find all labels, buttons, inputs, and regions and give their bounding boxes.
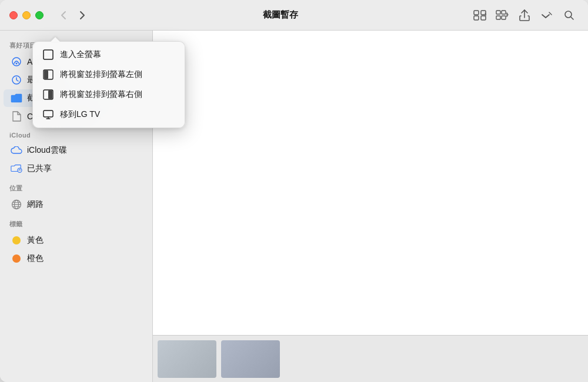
forward-button[interactable] [74, 7, 91, 24]
minimize-button[interactable] [22, 11, 31, 19]
close-button[interactable] [9, 11, 18, 19]
more-button[interactable] [537, 7, 556, 24]
chevron-right-icon [79, 11, 85, 20]
sidebar-label-icloud-drive: iCloud雲碟 [27, 145, 67, 156]
menu-item-fullscreen[interactable]: 進入全螢幕 [33, 45, 185, 65]
svg-rect-20 [48, 91, 52, 99]
folder-icon [11, 92, 22, 104]
thumbnail-2[interactable] [221, 340, 280, 378]
recents-icon [11, 74, 22, 86]
yellow-tag-icon [11, 234, 22, 246]
shared-icon [11, 163, 22, 175]
search-button[interactable] [560, 7, 579, 24]
fullscreen-icon [42, 49, 54, 61]
orange-tag-icon [11, 253, 22, 264]
maximize-button[interactable] [35, 11, 44, 19]
tile-right-icon [42, 89, 54, 100]
menu-label-move-tv: 移到LG TV [60, 109, 100, 120]
document-icon [11, 110, 22, 122]
back-button[interactable] [55, 7, 72, 24]
airdrop-icon [11, 56, 22, 68]
arrange-button[interactable] [493, 7, 512, 24]
share-icon [519, 9, 530, 21]
svg-rect-7 [502, 16, 506, 19]
svg-rect-6 [496, 16, 500, 19]
thumbnail-1[interactable] [158, 340, 216, 378]
sidebar-item-network[interactable]: 網路 [4, 196, 149, 213]
tile-left-icon [42, 69, 54, 81]
titlebar: 截圖暫存 [0, 0, 588, 31]
menu-label-tile-right: 將視窗並排到螢幕右側 [60, 89, 142, 100]
sidebar-label-yellow: 黃色 [27, 235, 44, 246]
sidebar-item-icloud-drive[interactable]: iCloud雲碟 [4, 142, 149, 159]
window-title: 截圖暫存 [91, 9, 470, 21]
locations-section-label: 位置 [0, 178, 152, 195]
grid-view-icon [473, 10, 486, 21]
arrange-icon [496, 10, 509, 21]
svg-rect-18 [44, 71, 48, 79]
sidebar-item-shared[interactable]: 已共享 [4, 160, 149, 177]
view-switcher-button[interactable] [470, 7, 489, 24]
svg-point-12 [18, 168, 22, 172]
svg-rect-16 [44, 50, 53, 59]
monitor-icon [42, 109, 54, 120]
sidebar-item-tag-yellow[interactable]: 黃色 [4, 232, 149, 249]
svg-point-8 [565, 11, 572, 18]
tags-section-label: 標籤 [0, 214, 152, 231]
svg-rect-2 [474, 16, 479, 20]
svg-point-10 [16, 63, 18, 65]
menu-label-tile-left: 將視窗並排到螢幕左側 [60, 69, 142, 80]
traffic-lights [9, 11, 44, 19]
menu-item-move-tv[interactable]: 移到LG TV [33, 105, 185, 125]
network-icon [11, 199, 22, 210]
nav-buttons [55, 7, 91, 24]
svg-rect-21 [44, 110, 53, 117]
bottom-thumbnails [153, 335, 588, 382]
sidebar-label-network: 網路 [27, 199, 44, 210]
chevron-left-icon [61, 11, 66, 20]
sidebar-item-tag-orange[interactable]: 橙色 [4, 250, 149, 267]
svg-rect-0 [474, 11, 479, 15]
menu-item-tile-left[interactable]: 將視窗並排到螢幕左側 [33, 65, 185, 85]
titlebar-actions [470, 7, 579, 24]
menu-item-tile-right[interactable]: 將視窗並排到螢幕右側 [33, 85, 185, 105]
svg-rect-1 [481, 11, 486, 15]
main-panel [153, 31, 588, 382]
svg-point-13 [19, 169, 21, 170]
icloud-icon [11, 145, 22, 156]
svg-rect-4 [496, 11, 500, 14]
svg-rect-5 [502, 11, 506, 14]
sidebar-label-orange: 橙色 [27, 253, 44, 264]
menu-label-fullscreen: 進入全螢幕 [60, 49, 101, 60]
context-menu: 進入全螢幕 將視窗並排到螢幕左側 將視窗並排到螢幕右側 移到LG [32, 41, 185, 128]
search-icon [564, 10, 574, 21]
share-button[interactable] [515, 7, 534, 24]
chevron-more-icon [541, 12, 553, 19]
svg-point-9 [12, 58, 21, 66]
sidebar-label-shared: 已共享 [27, 163, 52, 174]
